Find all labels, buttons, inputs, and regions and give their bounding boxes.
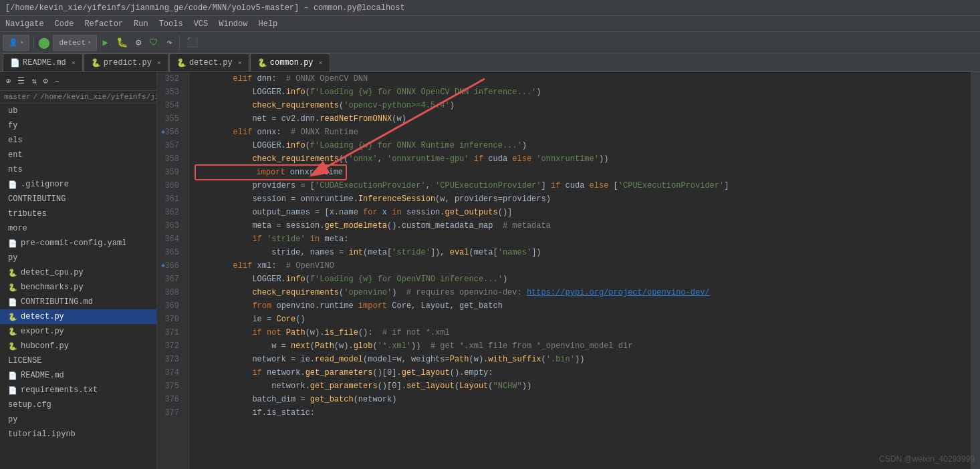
menu-run[interactable]: Run [128, 18, 154, 30]
menu-vcs[interactable]: VCS [189, 18, 214, 30]
code-line-352: elif dnn: # ONNX OpenCV DNN [195, 72, 971, 86]
gutter-line-365: 365 [160, 246, 183, 259]
sidebar-item[interactable]: py [0, 251, 156, 265]
title-bar: [/home/kevin_xie/yifeinfs/jianming_ge/co… [0, 0, 980, 16]
sidebar-item[interactable]: 🐍export.py [0, 324, 156, 339]
title-text: [/home/kevin_xie/yifeinfs/jianming_ge/co… [5, 3, 405, 13]
sidebar-item[interactable]: setup.cfg [0, 398, 156, 412]
precommit-icon: 📄 [8, 239, 17, 248]
gutter-line-354: 354 [160, 99, 183, 112]
code-line-376: batch_dim = get_batch(network) [195, 393, 971, 406]
sidebar-item-selected[interactable]: 🐍detect.py [0, 309, 156, 324]
sidebar-item[interactable]: ent [0, 148, 156, 162]
green-circle-icon: ⬤ [38, 36, 50, 49]
menu-tools[interactable]: Tools [154, 18, 189, 30]
gutter-line-356: ◆356 [160, 126, 183, 139]
menu-navigate[interactable]: Navigate [0, 18, 49, 30]
debug-button[interactable]: 🐛 [114, 35, 130, 51]
sidebar-item[interactable]: 📄README.md [0, 368, 156, 383]
gutter-line-359: 359 [160, 166, 183, 179]
sidebar-item[interactable]: py [0, 412, 156, 427]
gitignore-icon: 📄 [8, 180, 17, 189]
code-line-364: if 'stride' in meta: [195, 232, 971, 246]
sidebar-path: /home/kevin_xie/yifeinfs/jianmin [40, 93, 157, 101]
gutter-line-376: 376 [160, 393, 183, 406]
sidebar-item[interactable]: 📄pre-commit-config.yaml [0, 236, 156, 251]
sidebar-item[interactable]: tutorial.ipynb [0, 427, 156, 442]
sidebar-settings-btn[interactable]: ⚙ [41, 75, 49, 87]
menu-help[interactable]: Help [253, 18, 283, 30]
gutter-line-373: 373 [160, 353, 183, 366]
menu-window[interactable]: Window [213, 18, 253, 30]
sidebar-breadcrumb: master / /home/kevin_xie/yifeinfs/jianmi… [0, 91, 156, 104]
tab-common-icon: 🐍 [257, 58, 267, 68]
code-line-367: LOGGER.info(f'Loading {w} for OpenVINO i… [195, 273, 971, 286]
gutter-line-358: 358 [160, 152, 183, 166]
sidebar-item[interactable]: nts [0, 162, 156, 177]
tab-readme-icon: 📄 [10, 58, 20, 68]
gutter-line-363: 363 [160, 219, 183, 232]
detect-button[interactable]: detect ▾ [53, 35, 97, 51]
sidebar-sort-btn[interactable]: ⇅ [29, 75, 38, 87]
arrow-button[interactable]: ↷ [164, 35, 174, 51]
sidebar-item[interactable]: fy [0, 118, 156, 133]
tab-readme-close[interactable]: ✕ [72, 59, 76, 67]
gutter-line-372: 372 [160, 339, 183, 353]
code-line-354: check_requirements('opencv-python>=4.5.4… [195, 99, 971, 112]
tab-common-close[interactable]: ✕ [319, 59, 323, 67]
sidebar-item[interactable]: 🐍benchmarks.py [0, 280, 156, 295]
sidebar-item-tributes[interactable]: tributes [0, 206, 156, 221]
gutter-line-352: 352 [160, 72, 183, 86]
sidebar-item[interactable]: more [0, 221, 156, 236]
tab-predict[interactable]: 🐍 predict.py ✕ [84, 53, 168, 71]
toolbar: 👤 ▾ ⬤ detect ▾ ▶ 🐛 ⚙ 🛡 ↷ ⬛ [0, 32, 980, 53]
code-line-357: LOGGER.info(f'Loading {w} for ONNX Runti… [195, 139, 971, 152]
sidebar-item[interactable]: LICENSE [0, 353, 156, 368]
sidebar-item[interactable]: 📄.gitignore [0, 177, 156, 192]
tab-detect-close[interactable]: ✕ [238, 59, 242, 67]
detect-dropdown-arrow: ▾ [88, 39, 91, 46]
user-button[interactable]: 👤 ▾ [3, 35, 29, 51]
sidebar-item[interactable]: 📄CONTRIBUTING.md [0, 295, 156, 309]
tab-detect[interactable]: 🐍 detect.py ✕ [169, 53, 249, 71]
code-line-375: network.get_parameters()[0].set_layout(L… [195, 379, 971, 393]
gutter-line-364: 364 [160, 232, 183, 246]
tab-predict-close[interactable]: ✕ [157, 59, 161, 67]
user-icon: 👤 [9, 38, 18, 47]
menu-refactor[interactable]: Refactor [79, 18, 128, 30]
sidebar-item[interactable]: CONTRIBUTING [0, 192, 156, 206]
sidebar-item[interactable]: 🐍detect_cpu.py [0, 265, 156, 280]
tab-readme-label: README.md [23, 58, 66, 67]
gutter-line-368: 368 [160, 286, 183, 299]
sidebar-add-btn[interactable]: ⊕ [4, 75, 13, 87]
benchmarks-icon: 🐍 [8, 283, 17, 292]
sidebar-item[interactable]: ub [0, 104, 156, 118]
sidebar-toolbar: ⊕ ☰ ⇅ ⚙ – [0, 72, 156, 91]
sidebar-item[interactable]: els [0, 133, 156, 148]
stop-button[interactable]: ⬛ [184, 35, 201, 51]
scroll-gutter[interactable] [971, 72, 980, 469]
toolbar-sep-2 [179, 36, 180, 49]
code-editor[interactable]: elif dnn: # ONNX OpenCV DNN LOGGER.info(… [189, 72, 971, 469]
code-line-377: if.is_static: [195, 406, 971, 420]
code-line-368: check_requirements('openvino') # require… [195, 286, 971, 299]
gutter-line-366: ◆366 [160, 259, 183, 273]
tab-readme[interactable]: 📄 README.md ✕ [3, 53, 83, 71]
sidebar-item[interactable]: 📄requirements.txt [0, 383, 156, 398]
code-line-374: if network.get_parameters()[0].get_layou… [195, 366, 971, 379]
sidebar-collapse-btn[interactable]: – [53, 76, 62, 87]
code-line-353: LOGGER.info(f'Loading {w} for ONNX OpenC… [195, 86, 971, 99]
sidebar-list-btn[interactable]: ☰ [15, 75, 27, 87]
play-button[interactable]: ▶ [100, 35, 110, 51]
tabs-bar: 📄 README.md ✕ 🐍 predict.py ✕ 🐍 detect.py… [0, 53, 980, 72]
menu-code[interactable]: Code [49, 18, 80, 30]
code-line-361: session = onnxruntime.InferenceSession(w… [195, 192, 971, 206]
coverage-button[interactable]: 🛡 [146, 35, 161, 51]
tab-common[interactable]: 🐍 common.py ✕ [250, 53, 330, 71]
sidebar-item[interactable]: 🐍hubconf.py [0, 339, 156, 353]
settings-icon-btn[interactable]: ⚙ [133, 35, 144, 51]
contributing-md-icon: 📄 [8, 298, 17, 307]
readme-sidebar-icon: 📄 [8, 371, 17, 380]
code-line-359: import onnxruntime [195, 166, 971, 179]
code-line-360: providers = ['CUDAExecutionProvider', 'C… [195, 179, 971, 192]
